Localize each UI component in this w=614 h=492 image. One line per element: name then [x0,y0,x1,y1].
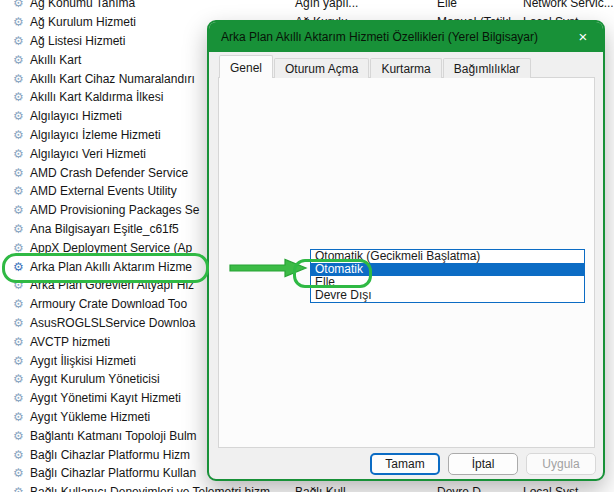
service-startup-type: Elle [437,0,457,10]
service-startup-type: Devre D... [437,485,491,492]
tab-kurtarma[interactable]: Kurtarma [370,58,441,78]
service-name: AMD Crash Defender Service [30,166,188,180]
service-name: Armoury Crate Download Too [30,297,187,311]
service-name: Akıllı Kart Cihaz Numaralandırı [30,72,195,86]
dialog-footer-button[interactable]: Uygula [526,453,596,475]
service-row[interactable]: ⚙Ağ Konumu TanımaAğın yapıl...ElleNetwor… [0,0,614,13]
dialog-title: Arka Plan Akıllı Aktarım Hizmeti Özellik… [209,30,563,44]
gear-icon: ⚙ [13,185,30,197]
gear-icon: ⚙ [13,317,30,329]
service-description: Ağın yapıl... [295,0,358,10]
service-name: Aygıt İlişkisi Hizmeti [30,354,136,368]
service-name: AMD Provisioning Packages Se [30,203,199,217]
gear-icon: ⚙ [13,242,30,254]
service-name: Algılayıcı İzleme Hizmeti [30,128,161,142]
gear-icon: ⚙ [13,73,30,85]
gear-icon: ⚙ [13,467,30,479]
gear-icon: ⚙ [13,486,30,492]
service-name: Akıllı Kart Kaldırma İlkesi [30,90,163,104]
gear-icon: ⚙ [13,411,30,423]
gear-icon: ⚙ [13,449,30,461]
service-name: Bağlı Kullanıcı Deneyimleri ve Telemetri… [30,485,270,492]
tab-strip: GenelOturum AçmaKurtarmaBağımlılıklar [219,55,532,78]
annotation-oval-otomatik [293,259,372,288]
service-name: Akıllı Kart [30,53,81,67]
service-name: Aygıt Yükleme Hizmeti [30,410,150,424]
service-name: Ağ Konumu Tanıma [30,0,135,10]
service-name: Bağlı Cihazlar Platformu Kullan [30,466,196,480]
gear-icon: ⚙ [13,91,30,103]
service-name: Ağ Kurulum Hizmeti [30,15,136,29]
dialog-footer-button[interactable]: Tamam [370,453,440,475]
service-description: Bağlı Kull... [295,485,356,492]
gear-icon: ⚙ [13,336,30,348]
close-icon[interactable]: × [563,22,603,52]
service-name: AVCTP hizmeti [30,335,110,349]
gear-icon: ⚙ [13,148,30,160]
tab-oturum-açma[interactable]: Oturum Açma [274,58,369,78]
tab-genel[interactable]: Genel [219,55,273,78]
properties-dialog: Arka Plan Akıllı Aktarım Hizmeti Özellik… [207,20,605,481]
dropdown-option[interactable]: Devre Dışı [311,289,584,302]
gear-icon: ⚙ [13,35,30,47]
gear-icon: ⚙ [13,204,30,216]
service-name: Ana Bilgisayarı Eşitle_c61f5 [30,222,179,236]
dialog-footer-button[interactable]: İptal [448,453,518,475]
gear-icon: ⚙ [13,0,30,9]
service-name: Aygıt Yönetimi Kayıt Hizmeti [30,391,181,405]
gear-icon: ⚙ [13,167,30,179]
gear-icon: ⚙ [13,129,30,141]
dialog-titlebar[interactable]: Arka Plan Akıllı Aktarım Hizmeti Özellik… [209,22,603,52]
service-log-on-as: Local Syst... [523,485,588,492]
gear-icon: ⚙ [13,373,30,385]
tab-bağımlılıklar[interactable]: Bağımlılıklar [443,58,531,78]
gear-icon: ⚙ [13,16,30,28]
service-name: AMD External Events Utility [30,184,177,198]
service-name: Bağlantı Katmanı Topoloji Bulm [30,429,197,443]
service-name: AsusROGLSLService Downloa [30,316,195,330]
gear-icon: ⚙ [13,392,30,404]
gear-icon: ⚙ [13,430,30,442]
gear-icon: ⚙ [13,298,30,310]
gear-icon: ⚙ [13,54,30,66]
service-name: Algılayıcı Hizmeti [30,109,122,123]
service-name: Algılayıcı Veri Hizmeti [30,147,146,161]
gear-icon: ⚙ [13,355,30,367]
annotation-oval-service-row [2,253,209,283]
service-log-on-as: Network Servic... [523,0,614,10]
service-name: Bağlı Cihazlar Platformu Hizm [30,448,190,462]
gear-icon: ⚙ [13,110,30,122]
service-name: Ağ Listesi Hizmeti [30,34,125,48]
service-name: Aygıt Kurulum Yöneticisi [30,372,160,386]
gear-icon: ⚙ [13,223,30,235]
service-row[interactable]: ⚙Bağlı Kullanıcı Deneyimleri ve Telemetr… [0,483,614,492]
